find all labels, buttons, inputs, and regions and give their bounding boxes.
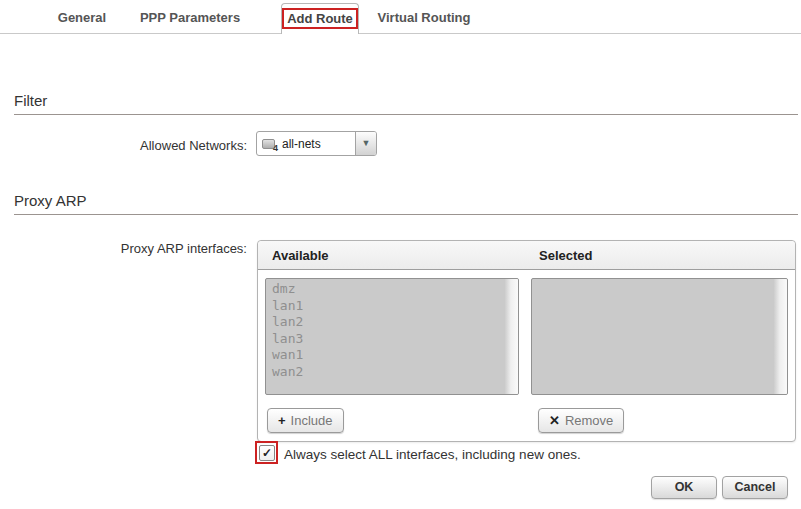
remove-button[interactable]: ✕ Remove bbox=[538, 408, 624, 433]
list-item[interactable]: wan1 bbox=[272, 347, 503, 364]
always-select-label: Always select ALL interfaces, including … bbox=[284, 447, 581, 462]
available-interfaces-listbox[interactable]: dmzlan1lan2lan3wan1wan2 bbox=[265, 278, 519, 395]
selected-listbox-scrollbar[interactable] bbox=[774, 279, 787, 394]
ipv4-network-object-icon: 4 bbox=[262, 139, 275, 149]
include-button-label: Include bbox=[291, 413, 333, 428]
x-icon: ✕ bbox=[549, 413, 560, 428]
annotation-box-add-route: Add Route bbox=[282, 8, 358, 29]
list-item[interactable]: lan3 bbox=[272, 331, 503, 348]
tab-bar-divider bbox=[0, 33, 801, 34]
list-item[interactable]: lan1 bbox=[272, 298, 503, 315]
chevron-down-icon[interactable]: ▼ bbox=[355, 132, 376, 155]
available-listbox-scrollbar[interactable] bbox=[505, 279, 518, 394]
allowed-networks-selected-value: 4 all-nets bbox=[262, 132, 321, 155]
proxy-arp-dual-list: Available Selected dmzlan1lan2lan3wan1wa… bbox=[257, 240, 796, 442]
cancel-button[interactable]: Cancel bbox=[722, 476, 788, 499]
tab-general[interactable]: General bbox=[48, 3, 116, 33]
selected-column-header: Selected bbox=[539, 241, 592, 270]
allowed-networks-dropdown[interactable]: 4 all-nets ▼ bbox=[256, 131, 377, 156]
list-item[interactable]: lan2 bbox=[272, 314, 503, 331]
allowed-networks-label: Allowed Networks: bbox=[0, 138, 247, 153]
ipv4-badge: 4 bbox=[273, 143, 278, 153]
available-column-header: Available bbox=[272, 241, 329, 270]
ok-button[interactable]: OK bbox=[651, 476, 717, 499]
filter-section-heading: Filter bbox=[14, 92, 798, 115]
plus-icon: + bbox=[278, 413, 286, 428]
tab-virtual-routing[interactable]: Virtual Routing bbox=[363, 3, 485, 33]
tab-add-route-label: Add Route bbox=[287, 11, 353, 26]
remove-button-label: Remove bbox=[565, 413, 613, 428]
tab-add-route[interactable]: Add Route bbox=[281, 3, 359, 34]
list-item[interactable]: dmz bbox=[272, 281, 503, 298]
proxy-arp-section-heading: Proxy ARP bbox=[14, 192, 798, 215]
allowed-networks-value-text: all-nets bbox=[282, 137, 321, 151]
selected-interfaces-listbox[interactable] bbox=[531, 278, 788, 395]
available-interfaces-items: dmzlan1lan2lan3wan1wan2 bbox=[272, 281, 503, 380]
list-item[interactable]: wan2 bbox=[272, 364, 503, 381]
add-route-settings-page: General PPP Parameters Add Route Virtual… bbox=[0, 0, 801, 509]
dual-list-header: Available Selected bbox=[258, 241, 795, 270]
tab-ppp-parameters[interactable]: PPP Parameters bbox=[128, 3, 252, 33]
proxy-arp-interfaces-label: Proxy ARP interfaces: bbox=[0, 241, 247, 256]
always-select-checkbox[interactable]: ✓ bbox=[259, 445, 275, 461]
include-button[interactable]: + Include bbox=[267, 408, 344, 433]
